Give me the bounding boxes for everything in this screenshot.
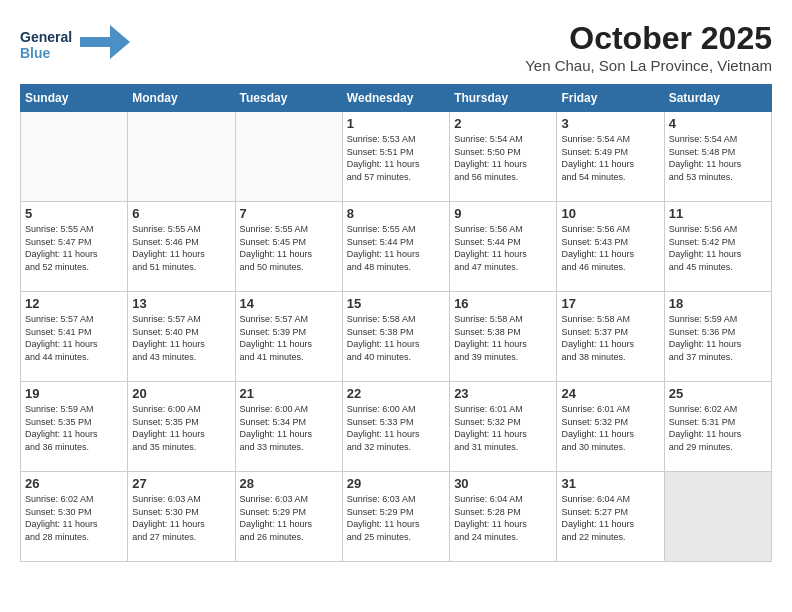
calendar-cell: 26Sunrise: 6:02 AMSunset: 5:30 PMDayligh… [21,472,128,562]
calendar-cell: 27Sunrise: 6:03 AMSunset: 5:30 PMDayligh… [128,472,235,562]
weekday-header-friday: Friday [557,85,664,112]
calendar-cell [128,112,235,202]
cell-info: Sunrise: 5:55 AMSunset: 5:44 PMDaylight:… [347,223,445,273]
day-number: 29 [347,476,445,491]
cell-info: Sunrise: 5:54 AMSunset: 5:48 PMDaylight:… [669,133,767,183]
day-number: 22 [347,386,445,401]
cell-info: Sunrise: 6:00 AMSunset: 5:34 PMDaylight:… [240,403,338,453]
day-number: 20 [132,386,230,401]
calendar-cell: 20Sunrise: 6:00 AMSunset: 5:35 PMDayligh… [128,382,235,472]
day-number: 26 [25,476,123,491]
week-row-1: 1Sunrise: 5:53 AMSunset: 5:51 PMDaylight… [21,112,772,202]
cell-info: Sunrise: 5:56 AMSunset: 5:43 PMDaylight:… [561,223,659,273]
calendar-cell: 3Sunrise: 5:54 AMSunset: 5:49 PMDaylight… [557,112,664,202]
calendar-cell: 1Sunrise: 5:53 AMSunset: 5:51 PMDaylight… [342,112,449,202]
calendar-cell: 13Sunrise: 5:57 AMSunset: 5:40 PMDayligh… [128,292,235,382]
calendar-cell: 22Sunrise: 6:00 AMSunset: 5:33 PMDayligh… [342,382,449,472]
day-number: 24 [561,386,659,401]
cell-info: Sunrise: 6:01 AMSunset: 5:32 PMDaylight:… [561,403,659,453]
cell-info: Sunrise: 6:04 AMSunset: 5:27 PMDaylight:… [561,493,659,543]
cell-info: Sunrise: 5:58 AMSunset: 5:38 PMDaylight:… [454,313,552,363]
cell-info: Sunrise: 6:02 AMSunset: 5:30 PMDaylight:… [25,493,123,543]
day-number: 9 [454,206,552,221]
day-number: 8 [347,206,445,221]
week-row-5: 26Sunrise: 6:02 AMSunset: 5:30 PMDayligh… [21,472,772,562]
calendar-cell: 7Sunrise: 5:55 AMSunset: 5:45 PMDaylight… [235,202,342,292]
calendar-cell: 16Sunrise: 5:58 AMSunset: 5:38 PMDayligh… [450,292,557,382]
day-number: 27 [132,476,230,491]
svg-text:Blue: Blue [20,45,51,61]
day-number: 30 [454,476,552,491]
cell-info: Sunrise: 5:56 AMSunset: 5:44 PMDaylight:… [454,223,552,273]
calendar-cell: 10Sunrise: 5:56 AMSunset: 5:43 PMDayligh… [557,202,664,292]
cell-info: Sunrise: 6:01 AMSunset: 5:32 PMDaylight:… [454,403,552,453]
calendar-cell [664,472,771,562]
cell-info: Sunrise: 5:55 AMSunset: 5:47 PMDaylight:… [25,223,123,273]
calendar-cell: 31Sunrise: 6:04 AMSunset: 5:27 PMDayligh… [557,472,664,562]
day-number: 19 [25,386,123,401]
cell-info: Sunrise: 5:55 AMSunset: 5:46 PMDaylight:… [132,223,230,273]
cell-info: Sunrise: 5:58 AMSunset: 5:37 PMDaylight:… [561,313,659,363]
weekday-row: SundayMondayTuesdayWednesdayThursdayFrid… [21,85,772,112]
logo-image: General Blue [20,20,130,65]
calendar-cell: 25Sunrise: 6:02 AMSunset: 5:31 PMDayligh… [664,382,771,472]
cell-info: Sunrise: 6:02 AMSunset: 5:31 PMDaylight:… [669,403,767,453]
cell-info: Sunrise: 6:00 AMSunset: 5:33 PMDaylight:… [347,403,445,453]
calendar-cell: 23Sunrise: 6:01 AMSunset: 5:32 PMDayligh… [450,382,557,472]
cell-info: Sunrise: 6:04 AMSunset: 5:28 PMDaylight:… [454,493,552,543]
cell-info: Sunrise: 5:54 AMSunset: 5:50 PMDaylight:… [454,133,552,183]
cell-info: Sunrise: 5:58 AMSunset: 5:38 PMDaylight:… [347,313,445,363]
day-number: 14 [240,296,338,311]
day-number: 13 [132,296,230,311]
day-number: 28 [240,476,338,491]
location: Yen Chau, Son La Province, Vietnam [525,57,772,74]
day-number: 17 [561,296,659,311]
calendar-cell: 2Sunrise: 5:54 AMSunset: 5:50 PMDaylight… [450,112,557,202]
calendar-cell: 6Sunrise: 5:55 AMSunset: 5:46 PMDaylight… [128,202,235,292]
calendar-cell: 11Sunrise: 5:56 AMSunset: 5:42 PMDayligh… [664,202,771,292]
weekday-header-wednesday: Wednesday [342,85,449,112]
weekday-header-sunday: Sunday [21,85,128,112]
cell-info: Sunrise: 5:56 AMSunset: 5:42 PMDaylight:… [669,223,767,273]
day-number: 6 [132,206,230,221]
cell-info: Sunrise: 5:59 AMSunset: 5:36 PMDaylight:… [669,313,767,363]
calendar-cell: 18Sunrise: 5:59 AMSunset: 5:36 PMDayligh… [664,292,771,382]
calendar-cell: 8Sunrise: 5:55 AMSunset: 5:44 PMDaylight… [342,202,449,292]
logo: General Blue [20,20,130,65]
day-number: 12 [25,296,123,311]
cell-info: Sunrise: 6:03 AMSunset: 5:30 PMDaylight:… [132,493,230,543]
week-row-4: 19Sunrise: 5:59 AMSunset: 5:35 PMDayligh… [21,382,772,472]
day-number: 10 [561,206,659,221]
calendar-cell: 29Sunrise: 6:03 AMSunset: 5:29 PMDayligh… [342,472,449,562]
day-number: 23 [454,386,552,401]
month-title: October 2025 [525,20,772,57]
day-number: 7 [240,206,338,221]
calendar-cell: 12Sunrise: 5:57 AMSunset: 5:41 PMDayligh… [21,292,128,382]
calendar-cell: 4Sunrise: 5:54 AMSunset: 5:48 PMDaylight… [664,112,771,202]
cell-info: Sunrise: 6:03 AMSunset: 5:29 PMDaylight:… [347,493,445,543]
calendar-table: SundayMondayTuesdayWednesdayThursdayFrid… [20,84,772,562]
cell-info: Sunrise: 5:57 AMSunset: 5:40 PMDaylight:… [132,313,230,363]
calendar-cell [235,112,342,202]
week-row-3: 12Sunrise: 5:57 AMSunset: 5:41 PMDayligh… [21,292,772,382]
cell-info: Sunrise: 5:59 AMSunset: 5:35 PMDaylight:… [25,403,123,453]
day-number: 4 [669,116,767,131]
cell-info: Sunrise: 5:55 AMSunset: 5:45 PMDaylight:… [240,223,338,273]
cell-info: Sunrise: 6:03 AMSunset: 5:29 PMDaylight:… [240,493,338,543]
calendar-cell: 14Sunrise: 5:57 AMSunset: 5:39 PMDayligh… [235,292,342,382]
cell-info: Sunrise: 5:54 AMSunset: 5:49 PMDaylight:… [561,133,659,183]
svg-marker-0 [80,25,130,59]
week-row-2: 5Sunrise: 5:55 AMSunset: 5:47 PMDaylight… [21,202,772,292]
calendar-body: 1Sunrise: 5:53 AMSunset: 5:51 PMDaylight… [21,112,772,562]
day-number: 5 [25,206,123,221]
calendar-cell: 21Sunrise: 6:00 AMSunset: 5:34 PMDayligh… [235,382,342,472]
day-number: 3 [561,116,659,131]
calendar-cell: 5Sunrise: 5:55 AMSunset: 5:47 PMDaylight… [21,202,128,292]
cell-info: Sunrise: 5:57 AMSunset: 5:41 PMDaylight:… [25,313,123,363]
calendar-cell: 17Sunrise: 5:58 AMSunset: 5:37 PMDayligh… [557,292,664,382]
calendar-cell: 30Sunrise: 6:04 AMSunset: 5:28 PMDayligh… [450,472,557,562]
svg-text:General: General [20,29,72,45]
day-number: 16 [454,296,552,311]
day-number: 2 [454,116,552,131]
day-number: 11 [669,206,767,221]
